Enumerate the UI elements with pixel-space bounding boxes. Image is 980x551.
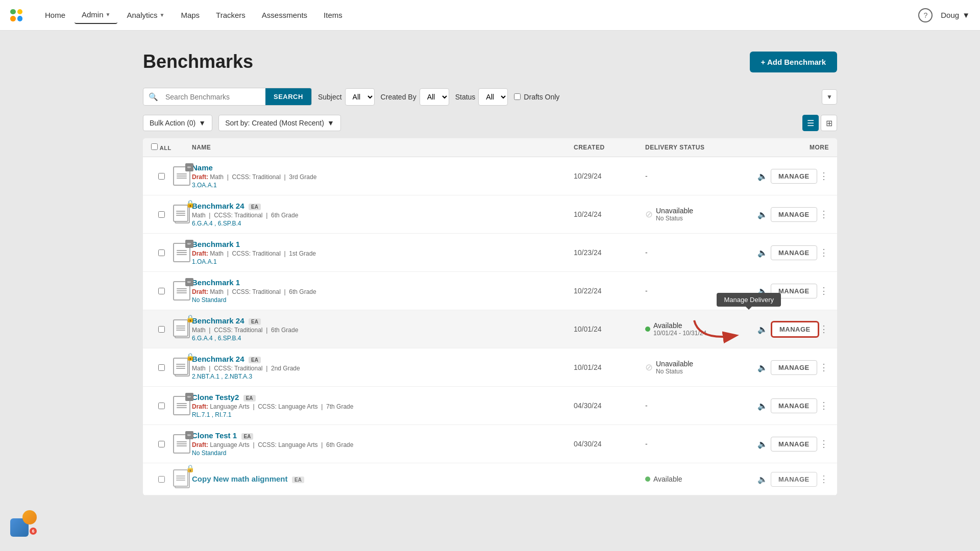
subject-select[interactable]: All — [345, 88, 375, 106]
row-checkbox-6[interactable] — [151, 364, 172, 371]
delivery-status-2: ⊘ Unavailable No Status — [645, 207, 757, 222]
list-view-icon[interactable]: ☰ — [802, 115, 819, 131]
ea-badge: EA — [249, 318, 261, 325]
search-button[interactable]: SEARCH — [265, 88, 311, 105]
created-date-7: 04/30/24 — [574, 402, 645, 410]
more-col-9: ⋮ — [798, 473, 829, 485]
benchmark-icon: 🔒 — [173, 205, 190, 224]
nav-item-trackers[interactable]: Trackers — [209, 7, 253, 23]
user-menu[interactable]: Doug ▼ — [941, 11, 970, 19]
benchmark-icon: 🔒 — [173, 358, 190, 377]
item-meta: Draft: Math | CCSS: Traditional | 1st Gr… — [192, 250, 574, 257]
row-checkbox-9[interactable] — [151, 476, 172, 483]
nav-item-assessments[interactable]: Assessments — [255, 7, 314, 23]
row-checkbox-5[interactable] — [151, 326, 172, 333]
logo[interactable] — [10, 9, 22, 21]
item-standards[interactable]: RL.7.1 , RI.7.1 — [192, 411, 574, 418]
add-benchmark-button[interactable]: + Add Benchmark — [750, 52, 837, 72]
edit-badge-icon: ✏ — [185, 163, 193, 171]
delivery-status-7: - — [645, 402, 757, 410]
header-more: MORE — [798, 144, 829, 151]
nav-item-maps[interactable]: Maps — [174, 7, 207, 23]
item-standards[interactable]: 2.NBT.A.1 , 2.NBT.A.3 — [192, 373, 574, 380]
row-icon-8: ✏ — [172, 434, 192, 454]
sort-button[interactable]: Sort by: Created (Most Recent) ▼ — [218, 115, 341, 131]
bulk-action-button[interactable]: Bulk Action (0) ▼ — [143, 115, 212, 131]
select-all-checkbox[interactable] — [151, 143, 158, 150]
created-by-select[interactable]: All — [420, 88, 449, 106]
more-dots-icon[interactable]: ⋮ — [819, 247, 829, 258]
row-checkbox-8[interactable] — [151, 441, 172, 447]
speaker-icon: 🔈 — [757, 401, 768, 411]
table-row: ✏ Clone Test 1 EA Draft: Language Arts |… — [143, 425, 837, 463]
search-icon: 🔍 — [143, 92, 163, 102]
benchmark-name-link[interactable]: Benchmark 24 — [192, 355, 244, 363]
benchmark-name-link[interactable]: Copy New math alignment — [192, 474, 288, 483]
item-meta: Draft: Language Arts | CCSS: Language Ar… — [192, 403, 574, 410]
delivery-status-6: ⊘ Unavailable No Status — [645, 360, 757, 375]
more-dots-icon[interactable]: ⋮ — [819, 438, 829, 449]
ea-badge: EA — [243, 395, 256, 402]
item-standards[interactable]: 3.OA.A.1 — [192, 182, 574, 189]
nav-item-admin[interactable]: Admin ▼ — [75, 6, 117, 24]
drafts-only-checkbox[interactable] — [514, 93, 521, 100]
row-checkbox-2[interactable] — [151, 211, 172, 218]
item-standards[interactable]: 6.G.A.4 , 6.SP.B.4 — [192, 335, 574, 342]
benchmark-name-link[interactable]: Benchmark 1 — [192, 240, 240, 248]
more-dots-icon[interactable]: ⋮ — [819, 323, 829, 335]
edit-badge-icon: ✏ — [185, 431, 193, 439]
logo-dot-green — [10, 9, 16, 15]
row-icon-1: ✏ — [172, 166, 192, 186]
sort-label: Sort by: Created (Most Recent) — [225, 119, 324, 127]
nav-item-items[interactable]: Items — [316, 7, 350, 23]
benchmark-name-link[interactable]: Benchmark 24 — [192, 202, 244, 210]
more-dots-icon[interactable]: ⋮ — [819, 362, 829, 373]
bottom-logo[interactable]: 6 — [10, 510, 41, 541]
item-standards[interactable]: 6.G.A.4 , 6.SP.B.4 — [192, 220, 574, 227]
manage-col-1: 🔈 MANAGE — [757, 169, 798, 184]
row-checkbox-1[interactable] — [151, 173, 172, 180]
item-standards[interactable]: No Standard — [192, 449, 574, 457]
more-col-1: ⋮ — [798, 170, 829, 182]
benchmark-name-link[interactable]: Clone Testy2 — [192, 393, 239, 402]
more-dots-icon[interactable]: ⋮ — [819, 209, 829, 220]
benchmark-name-link[interactable]: Name — [192, 163, 213, 172]
benchmark-name-link[interactable]: Benchmark 1 — [192, 278, 240, 287]
row-checkbox-7[interactable] — [151, 403, 172, 409]
item-standards[interactable]: 1.OA.A.1 — [192, 258, 574, 265]
unavailable-icon: ⊘ — [645, 209, 653, 220]
more-dots-icon[interactable]: ⋮ — [819, 170, 829, 182]
help-icon[interactable]: ? — [918, 8, 933, 22]
status-select[interactable]: All — [478, 88, 508, 106]
filter-expand-button[interactable]: ▼ — [822, 89, 837, 105]
header-created: CREATED — [574, 144, 645, 151]
ea-badge: EA — [249, 357, 261, 363]
more-dots-icon[interactable]: ⋮ — [819, 285, 829, 296]
more-col-3: ⋮ — [798, 247, 829, 258]
row-icon-3: ✏ — [172, 243, 192, 262]
header-delivery-status: DELIVERY STATUS — [645, 144, 757, 151]
benchmarks-table: ALL NAME CREATED DELIVERY STATUS MORE ✏ … — [143, 138, 837, 495]
logo-dot-blue — [17, 16, 23, 21]
nav-item-analytics[interactable]: Analytics ▼ — [119, 7, 172, 23]
nav-item-home[interactable]: Home — [38, 7, 72, 23]
available-dot — [645, 327, 650, 332]
row-checkbox-4[interactable] — [151, 288, 172, 294]
more-dots-icon[interactable]: ⋮ — [819, 400, 829, 411]
item-name-col-3: Benchmark 1 Draft: Math | CCSS: Traditio… — [192, 240, 574, 265]
manage-col-8: 🔈 MANAGE — [757, 437, 798, 452]
edit-badge-icon: ✏ — [185, 278, 193, 286]
benchmark-name-link[interactable]: Clone Test 1 — [192, 431, 237, 440]
grid-view-icon[interactable]: ⊞ — [821, 115, 837, 131]
more-dots-icon[interactable]: ⋮ — [819, 473, 829, 485]
lock-icon: 🔒 — [186, 199, 194, 208]
drafts-only-filter[interactable]: Drafts Only — [514, 93, 559, 101]
available-dot — [645, 477, 650, 482]
created-date-3: 10/23/24 — [574, 248, 645, 257]
row-checkbox-3[interactable] — [151, 249, 172, 256]
item-standards[interactable]: No Standard — [192, 296, 574, 304]
speaker-icon: 🔈 — [757, 324, 768, 334]
delivery-status-3: - — [645, 248, 757, 257]
search-input[interactable] — [163, 89, 265, 105]
benchmark-name-link[interactable]: Benchmark 24 — [192, 316, 244, 325]
